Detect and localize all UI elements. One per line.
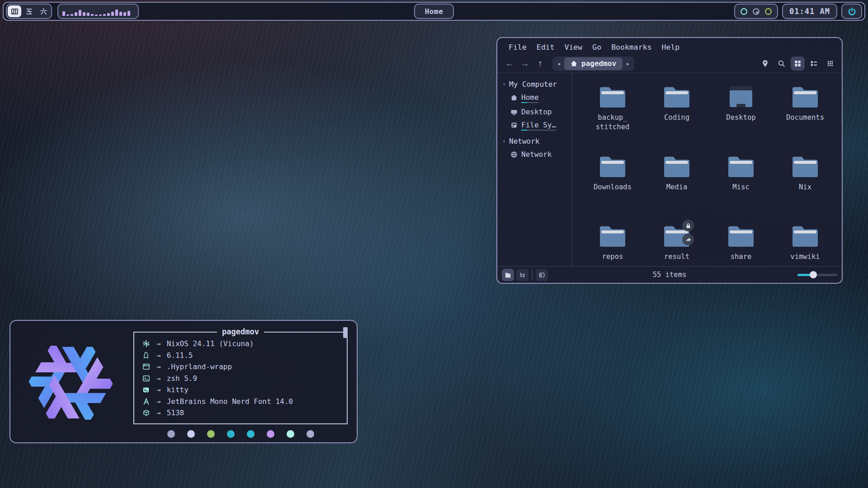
sidebar-item-label: Network bbox=[521, 150, 552, 159]
list-view-button[interactable] bbox=[807, 56, 821, 70]
forward-button[interactable]: → bbox=[517, 57, 533, 70]
kernel-value: 6.11.5 bbox=[167, 351, 193, 360]
menu-item[interactable]: Help bbox=[657, 42, 685, 52]
palette-dot bbox=[187, 430, 195, 438]
visualizer-bar bbox=[99, 14, 102, 16]
slider-knob[interactable] bbox=[810, 271, 817, 278]
arrow-icon: → bbox=[156, 385, 161, 394]
palette-dot bbox=[307, 430, 314, 438]
back-button[interactable]: ← bbox=[502, 57, 517, 70]
folder-item[interactable]: Misc bbox=[710, 155, 772, 224]
visualizer-bar bbox=[107, 13, 110, 16]
path-scroll-right-icon[interactable]: ▸ bbox=[623, 61, 633, 67]
filesystem-icon bbox=[510, 122, 518, 129]
power-icon bbox=[848, 7, 856, 16]
menu-item[interactable]: Bookmarks bbox=[606, 42, 656, 52]
workspace-glyph-six bbox=[40, 8, 47, 15]
lock-emblem-icon bbox=[682, 220, 694, 231]
palette-dot bbox=[207, 430, 215, 438]
location-pin-button[interactable] bbox=[758, 56, 772, 70]
folder-item[interactable]: Media bbox=[646, 155, 708, 224]
arrow-icon: → bbox=[156, 374, 161, 383]
path-bar: ◂ pagedmov ▸ bbox=[552, 56, 634, 71]
palette-dot bbox=[167, 430, 175, 438]
nixos-distro-icon bbox=[142, 340, 151, 347]
path-scroll-left-icon[interactable]: ◂ bbox=[553, 61, 564, 67]
workspace-six[interactable] bbox=[37, 5, 50, 17]
folder-icon bbox=[598, 224, 627, 249]
folder-name: backup_​stitched bbox=[581, 113, 644, 132]
folder-name: Media bbox=[646, 183, 708, 192]
packages-value: 5138 bbox=[167, 408, 184, 417]
folder-name: result bbox=[646, 252, 708, 262]
visualizer-bar bbox=[95, 14, 98, 16]
path-segment-home[interactable]: pagedmov bbox=[564, 57, 623, 70]
home-icon bbox=[571, 60, 577, 67]
sidebar-item[interactable]: Desktop bbox=[502, 105, 572, 118]
sidebar-places-button[interactable] bbox=[502, 269, 514, 281]
workspace-glyph-five bbox=[25, 8, 33, 15]
list-view-icon bbox=[810, 60, 818, 67]
disk-usage-icon[interactable] bbox=[752, 8, 760, 15]
arrow-icon: → bbox=[156, 408, 161, 417]
icon-view-button[interactable] bbox=[791, 56, 805, 70]
menu-item[interactable]: File bbox=[504, 42, 532, 52]
terminal-palette bbox=[133, 430, 348, 438]
menu-item[interactable]: Edit bbox=[532, 42, 560, 52]
places-sidebar: ▾ My Computer Home bbox=[497, 73, 572, 266]
menu-item[interactable]: Go bbox=[587, 42, 606, 52]
toolbar: ← → ↑ ◂ pagedmov ▸ bbox=[497, 54, 842, 73]
folder-name: Documents bbox=[774, 113, 836, 122]
collapse-triangle-icon: ▾ bbox=[503, 82, 505, 87]
status-separator bbox=[532, 270, 533, 280]
menu-item[interactable]: View bbox=[560, 42, 588, 52]
workspace-five[interactable] bbox=[22, 5, 36, 17]
folder-item[interactable]: Desktop bbox=[710, 85, 772, 155]
fastfetch-output: pagedmov → NixOS 24.11 (Vicuna) → 6.11.5… bbox=[133, 327, 348, 438]
power-button[interactable] bbox=[841, 4, 862, 19]
desktop-icon bbox=[510, 108, 518, 116]
arrow-icon: → bbox=[156, 339, 161, 348]
up-button[interactable]: ↑ bbox=[533, 57, 548, 70]
folder-name: Nix bbox=[774, 183, 836, 192]
folder-item[interactable]: backup_​stitched bbox=[581, 85, 644, 155]
status-ring-green-icon[interactable] bbox=[764, 8, 772, 15]
visualizer-bar bbox=[83, 12, 85, 16]
folder-icon bbox=[662, 85, 691, 109]
home-button[interactable]: Home bbox=[414, 4, 454, 19]
folder-item[interactable]: Nix bbox=[774, 155, 836, 224]
compact-view-button[interactable] bbox=[823, 56, 837, 70]
visualizer-bar bbox=[127, 11, 130, 16]
audio-visualizer bbox=[57, 4, 139, 19]
visualizer-bar bbox=[79, 10, 81, 16]
sidebar-tree-button[interactable] bbox=[516, 269, 528, 281]
folder-item[interactable]: Documents bbox=[774, 85, 836, 155]
panel-toggle-button[interactable] bbox=[536, 269, 548, 281]
terminal-value: kitty bbox=[167, 385, 189, 394]
folder-icon bbox=[598, 85, 627, 109]
folder-item[interactable]: Downloads bbox=[581, 155, 644, 224]
folder-mini-icon bbox=[505, 272, 511, 278]
arrow-icon: → bbox=[156, 362, 161, 371]
sidebar-item[interactable]: Network bbox=[502, 148, 572, 161]
visualizer-bar bbox=[71, 14, 73, 16]
fetch-hostname: pagedmov bbox=[217, 327, 264, 336]
workspaces-widget bbox=[6, 4, 52, 19]
zoom-slider[interactable] bbox=[797, 271, 837, 279]
sidebar-item[interactable]: Home bbox=[502, 91, 572, 105]
palette-dot bbox=[287, 430, 294, 438]
search-icon bbox=[778, 60, 785, 67]
menubar: FileEditViewGoBookmarksHelp bbox=[497, 38, 842, 54]
packages-icon bbox=[142, 409, 151, 417]
sidebar-item[interactable]: File Sy… bbox=[502, 118, 572, 133]
sidebar-section-network[interactable]: ▾ Network bbox=[502, 135, 572, 148]
search-button[interactable] bbox=[774, 56, 788, 70]
workspace-four[interactable] bbox=[8, 5, 21, 17]
folder-item[interactable]: Coding bbox=[646, 85, 708, 155]
status-ring-cyan-icon[interactable] bbox=[740, 8, 748, 15]
visualizer-bar bbox=[103, 14, 106, 16]
network-globe-icon bbox=[510, 151, 518, 158]
visualizer-bar bbox=[91, 14, 94, 16]
sidebar-section-my-computer[interactable]: ▾ My Computer bbox=[502, 78, 572, 91]
folder-icon bbox=[791, 85, 820, 109]
